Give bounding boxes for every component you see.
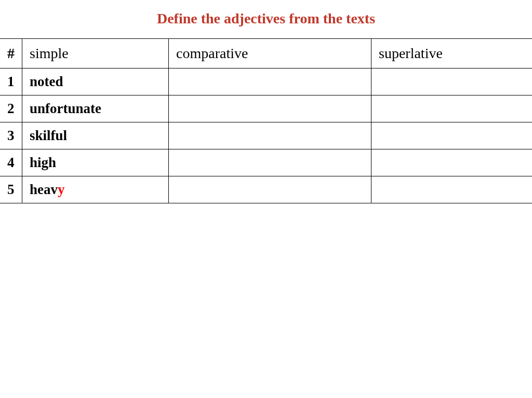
table-row: 4 high [0, 149, 532, 176]
header-comparative: comparative [169, 39, 371, 68]
table-row: 3 skilful [0, 122, 532, 149]
cell-num: 3 [0, 122, 22, 149]
cell-superlative[interactable] [371, 149, 533, 176]
table-header-row: # simple comparative superlative [0, 39, 532, 68]
cell-comparative[interactable] [169, 176, 371, 203]
cell-num: 5 [0, 176, 22, 203]
header-simple: simple [22, 39, 169, 68]
header-superlative: superlative [371, 39, 533, 68]
cell-comparative[interactable] [169, 122, 371, 149]
header-num: # [0, 39, 22, 68]
cell-comparative[interactable] [169, 149, 371, 176]
cell-simple: skilful [22, 122, 169, 149]
cell-simple: unfortunate [22, 95, 169, 122]
cell-superlative[interactable] [371, 68, 533, 95]
table-row: 5 heavy [0, 176, 532, 203]
table-row: 2 unfortunate [0, 95, 532, 122]
cell-simple-prefix: heav [30, 182, 58, 197]
cell-num: 2 [0, 95, 22, 122]
adjectives-table: # simple comparative superlative 1 noted… [0, 38, 532, 203]
page-title: Define the adjectives from the texts [0, 0, 532, 38]
cell-simple: high [22, 149, 169, 176]
cell-simple-highlight: y [58, 182, 65, 197]
cell-superlative[interactable] [371, 176, 533, 203]
cell-simple: noted [22, 68, 169, 95]
cell-comparative[interactable] [169, 68, 371, 95]
cell-num: 4 [0, 149, 22, 176]
table-row: 1 noted [0, 68, 532, 95]
cell-num: 1 [0, 68, 22, 95]
cell-superlative[interactable] [371, 95, 533, 122]
cell-simple: heavy [22, 176, 169, 203]
cell-comparative[interactable] [169, 95, 371, 122]
cell-superlative[interactable] [371, 122, 533, 149]
